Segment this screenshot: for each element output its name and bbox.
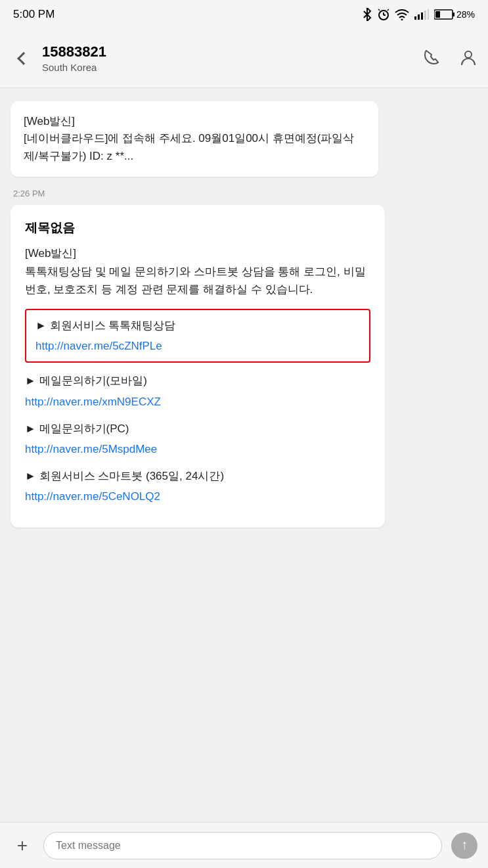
link-2-label: ► 메일문의하기(모바일)	[25, 372, 370, 390]
svg-rect-7	[418, 14, 420, 20]
svg-rect-8	[421, 12, 423, 20]
status-bar: 5:00 PM	[0, 0, 488, 29]
contact-info: 15883821 South Korea	[42, 43, 422, 73]
svg-rect-12	[453, 12, 455, 16]
send-icon: ↑	[461, 837, 468, 852]
send-button[interactable]: ↑	[451, 833, 477, 859]
svg-rect-9	[424, 11, 426, 20]
signal-icon	[414, 9, 429, 20]
link-section-4: ► 회원서비스 스마트봇 (365일, 24시간) http://naver.m…	[25, 467, 370, 505]
input-bar: + ↑	[0, 822, 488, 868]
link-3-url[interactable]: http://naver.me/5MspdMee	[25, 443, 157, 455]
link-3-label: ► 메일문의하기(PC)	[25, 420, 370, 438]
link-section-2: ► 메일문의하기(모바일) http://naver.me/xmN9ECXZ	[25, 372, 370, 410]
header-actions	[422, 48, 477, 69]
alarm-icon	[378, 9, 389, 20]
message-2-title: 제목없음	[25, 218, 370, 238]
link-4-url[interactable]: http://naver.me/5CeNOLQ2	[25, 490, 160, 503]
contact-number: 15883821	[42, 43, 422, 60]
status-icons: 28%	[362, 8, 475, 21]
contact-country: South Korea	[42, 62, 422, 73]
battery-indicator: 28%	[434, 9, 475, 20]
svg-line-3	[378, 9, 380, 11]
link-section-3: ► 메일문의하기(PC) http://naver.me/5MspdMee	[25, 420, 370, 458]
status-time: 5:00 PM	[13, 8, 55, 21]
message-input[interactable]	[43, 832, 442, 859]
back-chevron-icon	[17, 52, 30, 65]
svg-line-4	[388, 9, 389, 11]
link-1-url[interactable]: http://naver.me/5cZNfPLe	[35, 340, 162, 352]
link-2-url[interactable]: http://naver.me/xmN9ECXZ	[25, 396, 161, 408]
svg-rect-10	[428, 9, 429, 20]
link-section-1-highlighted: ► 회원서비스 톡톡채팅상담 http://naver.me/5cZNfPLe	[25, 309, 370, 363]
add-attachment-button[interactable]: +	[11, 834, 34, 857]
message-1-body: [Web발신][네이버클라우드]에 접속해 주세요. 09월01일00시 휴면예…	[24, 115, 354, 162]
message-bubble-1: [Web발신][네이버클라우드]에 접속해 주세요. 09월01일00시 휴면예…	[11, 101, 378, 177]
link-4-label: ► 회원서비스 스마트봇 (365일, 24시간)	[25, 467, 370, 485]
link-1-label: ► 회원서비스 톡톡채팅상담	[35, 317, 360, 334]
back-button[interactable]	[11, 45, 37, 72]
message-area: [Web발신][네이버클라우드]에 접속해 주세요. 09월01일00시 휴면예…	[0, 88, 488, 822]
svg-point-14	[465, 51, 472, 58]
bluetooth-icon	[362, 8, 372, 21]
wifi-icon	[395, 9, 409, 20]
message-bubble-2: 제목없음 [Web발신] 톡톡채팅상담 및 메일 문의하기와 스마트봇 상담을 …	[11, 205, 385, 528]
battery-percent: 28%	[456, 9, 475, 20]
header: 15883821 South Korea	[0, 29, 488, 88]
svg-point-5	[401, 19, 403, 21]
svg-rect-6	[414, 16, 416, 20]
contact-profile-button[interactable]	[459, 48, 477, 69]
svg-rect-13	[435, 11, 440, 18]
call-button[interactable]	[422, 48, 441, 69]
message-2-timestamp: 2:26 PM	[13, 189, 45, 198]
message-2-body: [Web발신] 톡톡채팅상담 및 메일 문의하기와 스마트봇 상담을 통해 로그…	[25, 244, 370, 298]
